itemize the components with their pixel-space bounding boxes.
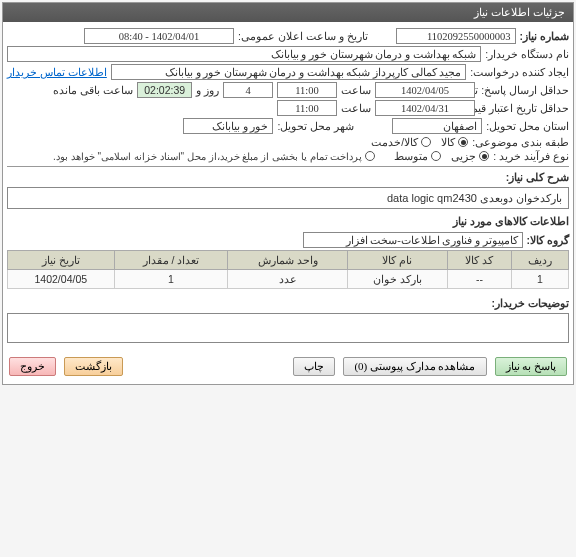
- radio-partial[interactable]: [479, 151, 489, 161]
- radio-medium[interactable]: [431, 151, 441, 161]
- label-announce-date: تاریخ و ساعت اعلان عمومی:: [238, 30, 368, 42]
- label-req-no: شماره نیاز:: [520, 30, 569, 42]
- th-qty: تعداد / مقدار: [114, 251, 228, 270]
- back-button[interactable]: بازگشت: [64, 357, 123, 376]
- field-days-left: 4: [223, 82, 273, 98]
- radio-group-purchase: جزیی متوسط: [394, 150, 489, 162]
- content-area: شماره نیاز: 1102092550000003 تاریخ و ساع…: [3, 22, 573, 384]
- footer-buttons: پاسخ به نیاز مشاهده مدارک پیوستی (0) چاپ…: [7, 353, 569, 380]
- field-announce-date: 1402/04/01 - 08:40: [84, 28, 234, 44]
- label-price-deadline: حداقل تاریخ اعتبار قیمت: تا تاریخ:: [479, 102, 569, 114]
- table-header-row: ردیف کد کالا نام کالا واحد شمارش تعداد /…: [8, 251, 569, 270]
- label-time-1: ساعت: [341, 84, 371, 96]
- separator: [7, 166, 569, 167]
- th-code: کد کالا: [447, 251, 511, 270]
- label-time-2: ساعت: [341, 102, 371, 114]
- radio-group-category: کالا کالا/خدمت: [371, 136, 468, 148]
- field-send-deadline-time: 11:00: [277, 82, 337, 98]
- field-province: اصفهان: [392, 118, 482, 134]
- radio-partial-label: جزیی: [451, 150, 476, 162]
- details-window: جزئیات اطلاعات نیاز شماره نیاز: 11020925…: [2, 2, 574, 385]
- label-remaining: ساعت باقی مانده: [53, 84, 133, 96]
- print-button[interactable]: چاپ: [293, 357, 335, 376]
- radio-goods[interactable]: [458, 137, 468, 147]
- cell-date: 1402/04/05: [8, 270, 115, 289]
- label-goods-group: گروه کالا:: [527, 234, 569, 246]
- link-buyer-contact[interactable]: اطلاعات تماس خریدار: [7, 66, 107, 78]
- cell-code: --: [447, 270, 511, 289]
- window-title: جزئیات اطلاعات نیاز: [3, 3, 573, 22]
- cell-qty: 1: [114, 270, 228, 289]
- field-summary[interactable]: بارکدخوان دوبعدی data logic qm2430: [7, 187, 569, 209]
- th-row: ردیف: [511, 251, 568, 270]
- cell-name: بارکد خوان: [347, 270, 447, 289]
- label-days: روز و: [196, 84, 219, 96]
- field-buyer-org: شبکه بهداشت و درمان شهرستان خور و بیابان…: [7, 46, 481, 62]
- items-table: ردیف کد کالا نام کالا واحد شمارش تعداد /…: [7, 250, 569, 289]
- label-category: طبقه بندی موضوعی:: [472, 136, 569, 148]
- label-buyer-org: نام دستگاه خریدار:: [485, 48, 569, 60]
- label-send-deadline: حداقل ارسال پاسخ: تا تاریخ:: [479, 84, 569, 96]
- label-purchase-type: نوع فرآیند خرید :: [493, 150, 569, 162]
- cell-row: 1: [511, 270, 568, 289]
- label-creator: ایجاد کننده درخواست:: [470, 66, 569, 78]
- field-req-no: 1102092550000003: [396, 28, 516, 44]
- radio-medium-label: متوسط: [394, 150, 428, 162]
- label-buyer-notes: توضیحات خریدار:: [489, 297, 569, 309]
- field-creator: مجید کمالی کارپرداز شبکه بهداشت و درمان …: [111, 64, 466, 80]
- section-items-title: اطلاعات کالاهای مورد نیاز: [7, 215, 569, 228]
- radio-service[interactable]: [421, 137, 431, 147]
- label-province: استان محل تحویل:: [486, 120, 569, 132]
- label-summary: شرح کلی نیاز:: [499, 171, 569, 183]
- field-price-deadline-date: 1402/04/31: [375, 100, 475, 116]
- table-row[interactable]: 1 -- بارکد خوان عدد 1 1402/04/05: [8, 270, 569, 289]
- respond-button[interactable]: پاسخ به نیاز: [495, 357, 568, 376]
- exit-button[interactable]: خروج: [9, 357, 56, 376]
- payment-note: پرداخت تمام یا بخشی از مبلغ خرید،از محل …: [53, 151, 362, 162]
- radio-service-label: کالا/خدمت: [371, 136, 418, 148]
- field-buyer-notes[interactable]: [7, 313, 569, 343]
- radio-goods-label: کالا: [441, 136, 455, 148]
- cell-unit: عدد: [228, 270, 347, 289]
- radio-payment-note[interactable]: [365, 151, 375, 161]
- field-city: خور و بیابانک: [183, 118, 273, 134]
- th-unit: واحد شمارش: [228, 251, 347, 270]
- countdown: 02:02:39: [137, 82, 192, 98]
- field-send-deadline-date: 1402/04/05: [375, 82, 475, 98]
- th-name: نام کالا: [347, 251, 447, 270]
- field-goods-group: کامپیوتر و فناوری اطلاعات-سخت افزار: [303, 232, 523, 248]
- th-date: تاریخ نیاز: [8, 251, 115, 270]
- field-price-deadline-time: 11:00: [277, 100, 337, 116]
- attachments-button[interactable]: مشاهده مدارک پیوستی (0): [343, 357, 486, 376]
- label-city: شهر محل تحویل:: [277, 120, 354, 132]
